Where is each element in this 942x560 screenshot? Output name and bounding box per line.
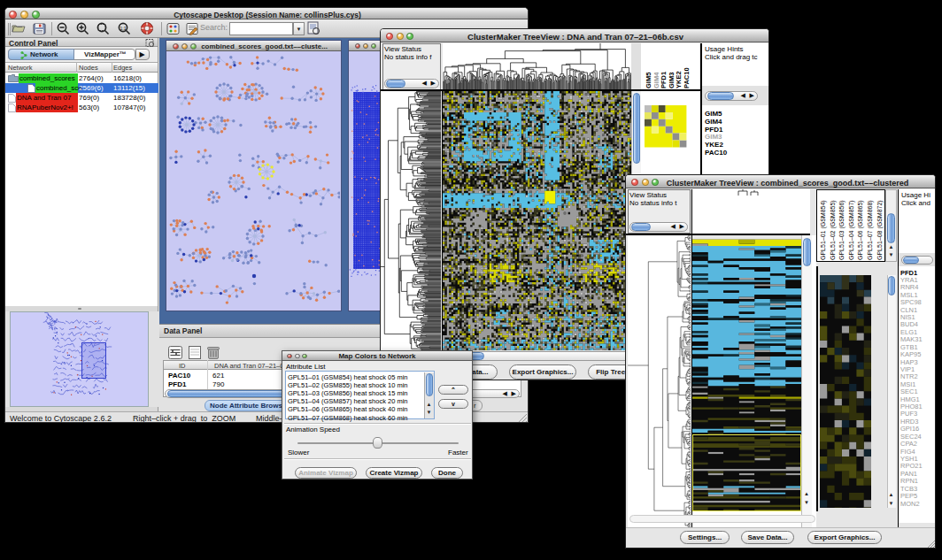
svg-text:1:1: 1:1: [120, 26, 127, 31]
